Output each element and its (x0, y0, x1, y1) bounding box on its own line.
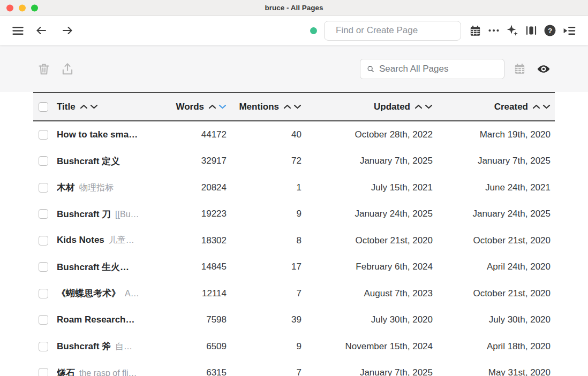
row-select-cell (33, 183, 57, 193)
words-count: 18302 (168, 235, 227, 246)
row-checkbox[interactable] (39, 368, 48, 376)
page-title-link[interactable]: How to take sma… (57, 129, 168, 140)
sort-words-asc-icon[interactable] (208, 104, 216, 109)
find-or-create-search[interactable] (324, 21, 461, 41)
words-count: 6509 (168, 341, 227, 352)
mentions-count: 9 (227, 209, 301, 219)
eye-view-icon[interactable] (536, 62, 551, 76)
minimize-window-button[interactable] (19, 4, 26, 11)
page-title-link[interactable]: Roam Research… (57, 314, 168, 325)
search-icon (367, 64, 374, 74)
table-row: Roam Research… 7598 39 July 30th, 2020 J… (33, 307, 555, 334)
row-checkbox[interactable] (39, 130, 48, 140)
sort-mentions-asc-icon[interactable] (283, 104, 291, 109)
created-date: January 7th, 2025 (433, 156, 555, 166)
sort-updated-desc-icon[interactable] (425, 104, 433, 109)
page-title-main: Bushcraft 刀 (57, 209, 111, 219)
open-right-sidebar-icon[interactable] (562, 24, 576, 37)
created-date: October 21st, 2020 (433, 235, 555, 246)
page-title-main: Roam Research… (57, 314, 135, 325)
words-count: 7598 (168, 314, 227, 325)
page-title-main: 《蝴蝶思考术》 (57, 288, 120, 298)
sort-created-desc-icon[interactable] (542, 104, 551, 109)
page-title-link[interactable]: 木材物理指标 (57, 181, 168, 194)
created-date: July 30th, 2020 (433, 314, 555, 325)
updated-date: November 15th, 2024 (301, 341, 433, 352)
page-title-sub: 自… (115, 342, 132, 351)
page-title-link[interactable]: Bushcraft 生火… (57, 261, 168, 273)
page-title-main: How to take sma… (57, 129, 138, 140)
mentions-count: 72 (227, 156, 301, 166)
window-title: bruce - All Pages (265, 4, 323, 12)
row-checkbox[interactable] (39, 183, 48, 193)
row-checkbox[interactable] (39, 209, 48, 219)
row-select-cell (33, 130, 57, 140)
page-title-main: Bushcraft 生火… (57, 262, 129, 272)
header-mentions-label: Mentions (239, 102, 279, 112)
row-checkbox[interactable] (39, 342, 48, 351)
words-count: 19223 (168, 209, 227, 219)
table-row: Bushcraft 斧自… 6509 9 November 15th, 2024… (33, 333, 555, 360)
back-arrow-icon[interactable] (34, 24, 48, 37)
page-title-main: Bushcraft 斧 (57, 341, 111, 351)
created-date: March 19th, 2020 (433, 129, 555, 140)
table-row: Kids Notes儿童… 18302 8 October 21st, 2020… (33, 227, 555, 254)
online-indicator (310, 27, 317, 34)
row-checkbox[interactable] (39, 262, 48, 272)
row-checkbox[interactable] (39, 315, 48, 325)
row-select-cell (33, 262, 57, 272)
page-title-link[interactable]: Bushcraft 定义 (57, 155, 168, 167)
words-count: 32917 (168, 156, 227, 166)
words-count: 12114 (168, 288, 227, 299)
help-icon[interactable]: ? (543, 24, 557, 37)
page-title-link[interactable]: Bushcraft 斧自… (57, 340, 168, 352)
row-select-cell (33, 315, 57, 325)
ai-sparkles-icon[interactable] (506, 24, 519, 37)
page-title-link[interactable]: Kids Notes儿童… (57, 235, 168, 246)
more-options-icon[interactable] (487, 24, 501, 37)
row-checkbox[interactable] (39, 236, 48, 245)
sort-mentions-desc-icon[interactable] (293, 104, 301, 109)
page-title-link[interactable]: Bushcraft 刀[[Bu… (57, 208, 168, 220)
daily-notes-calendar-icon[interactable] (468, 24, 482, 37)
zoom-window-button[interactable] (31, 4, 38, 11)
delete-pages-icon[interactable] (36, 62, 51, 76)
sort-updated-asc-icon[interactable] (414, 104, 423, 109)
updated-date: August 7th, 2023 (301, 288, 433, 299)
traffic-lights (6, 4, 38, 11)
table-row: 《蝴蝶思考术》A… 12114 7 August 7th, 2023 Octob… (33, 280, 555, 307)
graph-view-icon[interactable] (524, 24, 538, 37)
table-row: Bushcraft 定义 32917 72 January 7th, 2025 … (33, 148, 555, 175)
search-all-pages-box[interactable] (360, 59, 504, 79)
row-select-cell (33, 342, 57, 351)
page-title-link[interactable]: 《蝴蝶思考术》A… (57, 287, 168, 300)
help-glyph: ? (548, 27, 552, 35)
table-row: Bushcraft 刀[[Bu… 19223 9 January 24th, 2… (33, 201, 555, 228)
calendar-filter-icon[interactable] (512, 62, 527, 76)
close-window-button[interactable] (6, 4, 13, 11)
sort-title-asc-icon[interactable] (80, 104, 88, 109)
page-title-link[interactable]: 燧石the rasp of fli… (57, 367, 168, 376)
find-or-create-input[interactable] (336, 25, 454, 36)
row-checkbox[interactable] (39, 289, 48, 298)
search-all-pages-input[interactable] (379, 64, 497, 74)
header-title-label: Title (57, 102, 76, 112)
row-checkbox[interactable] (39, 156, 48, 166)
updated-date: January 7th, 2025 (301, 156, 433, 166)
forward-arrow-icon[interactable] (61, 24, 74, 37)
hamburger-menu-icon[interactable] (11, 24, 25, 37)
column-header-updated: Updated (301, 102, 433, 112)
column-header-created: Created (433, 102, 555, 112)
column-header-mentions: Mentions (227, 102, 301, 112)
created-date: May 31st, 2020 (433, 367, 555, 376)
row-select-cell (33, 368, 57, 376)
mentions-count: 8 (227, 235, 301, 246)
sort-words-desc-icon-active[interactable] (218, 104, 227, 109)
mentions-count: 1 (227, 182, 301, 193)
sort-title-desc-icon[interactable] (90, 104, 98, 109)
export-pages-icon[interactable] (60, 62, 74, 76)
all-pages-controls (0, 45, 588, 92)
row-select-cell (33, 236, 57, 245)
sort-created-asc-icon[interactable] (532, 104, 540, 109)
select-all-checkbox[interactable] (39, 102, 48, 112)
